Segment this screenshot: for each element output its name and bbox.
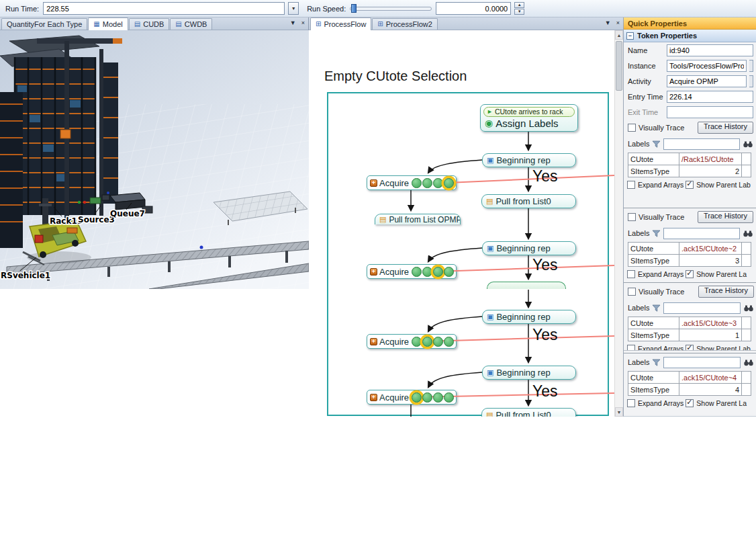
- close-pane-button[interactable]: ×: [616, 20, 620, 26]
- show-parent-labels-checkbox[interactable]: [686, 270, 694, 278]
- run-speed-input[interactable]: [436, 2, 511, 15]
- token[interactable]: [412, 337, 422, 347]
- tab-processflow[interactable]: ⊞ProcessFlow: [310, 17, 371, 30]
- token[interactable]: [433, 392, 443, 403]
- instance-input[interactable]: [667, 60, 747, 72]
- trace-history-button[interactable]: Trace History: [698, 122, 753, 134]
- filter-funnel-icon[interactable]: [652, 358, 661, 367]
- close-pane-button[interactable]: ×: [301, 20, 305, 26]
- collapse-icon[interactable]: −: [626, 32, 634, 40]
- label-value-cell[interactable]: 3: [679, 255, 742, 267]
- slider-track[interactable]: [350, 7, 432, 11]
- expand-arrays-checkbox[interactable]: [627, 399, 635, 407]
- token[interactable]: [444, 267, 454, 277]
- filter-funnel-icon[interactable]: [652, 304, 661, 312]
- tab-model[interactable]: ▦Model: [88, 17, 128, 30]
- activity-browse-button[interactable]: [749, 75, 753, 87]
- vertical-scrollbar[interactable]: ▲ ▼: [614, 30, 623, 417]
- activity-clipped[interactable]: [487, 282, 566, 289]
- activity-assign-labels[interactable]: ◉ Assign Labels: [483, 118, 575, 129]
- queue-object[interactable]: [110, 193, 145, 210]
- token[interactable]: [422, 392, 432, 403]
- token[interactable]: [422, 178, 432, 188]
- expand-arrays-checkbox[interactable]: [627, 181, 635, 189]
- trace-history-button[interactable]: Trace History: [698, 211, 753, 223]
- run-time-input[interactable]: [43, 2, 285, 15]
- activity-pull-from-list0[interactable]: ▤Pull from List0: [481, 408, 576, 417]
- labels-filter-input[interactable]: [663, 228, 740, 239]
- label-value-cell[interactable]: 4: [679, 384, 742, 396]
- tab-cudb[interactable]: ▤CUDB: [129, 18, 170, 30]
- visually-trace-checkbox[interactable]: [628, 124, 636, 132]
- label-value-cell[interactable]: 1: [679, 329, 742, 341]
- tab-processflow2[interactable]: ⊞ProcessFlow2: [372, 18, 437, 30]
- label-value-cell[interactable]: .ack15/CUtote~2: [679, 243, 742, 255]
- trace-history-button[interactable]: Trace History: [698, 286, 754, 298]
- activity-input[interactable]: [667, 75, 747, 87]
- activity-pull-from-list0[interactable]: ▤Pull from List0: [481, 194, 576, 208]
- visually-trace-checkbox[interactable]: [628, 213, 636, 221]
- scroll-down-button[interactable]: ▼: [615, 407, 623, 417]
- expand-arrays-checkbox[interactable]: [627, 345, 635, 351]
- token[interactable]: [433, 337, 443, 347]
- tab-quantityfor-each-type[interactable]: QuantityFor Each Type: [1, 18, 87, 30]
- flow-canvas[interactable]: Empty CUtote Selection: [309, 30, 614, 417]
- label-value-cell[interactable]: .ack15/CUtote~4: [679, 372, 742, 384]
- filter-funnel-icon[interactable]: [652, 140, 661, 149]
- binoculars-icon[interactable]: [743, 229, 753, 237]
- show-parent-labels-checkbox[interactable]: [686, 181, 694, 189]
- spin-down-button[interactable]: ▼: [514, 9, 524, 15]
- slider-thumb[interactable]: [351, 4, 357, 13]
- spin-up-button[interactable]: ▲: [514, 2, 524, 8]
- 3d-scene-svg[interactable]: Rack15 Source3 Queue7 RSvehicle1: [0, 30, 309, 289]
- activity-acquire[interactable]: + Acquire OPMP: [367, 264, 457, 279]
- binoculars-icon[interactable]: [743, 304, 754, 312]
- activity-beginning-rep[interactable]: ▣Beginning rep: [482, 310, 576, 324]
- binoculars-icon[interactable]: [743, 358, 754, 366]
- activity-beginning-rep[interactable]: ▣Beginning rep: [482, 241, 576, 255]
- label-value-cell[interactable]: .ack15/CUtote~3: [679, 317, 742, 329]
- label-value-cell[interactable]: 2: [679, 165, 742, 177]
- token[interactable]: [422, 267, 432, 277]
- activity-source[interactable]: ► CUtote arrives to rack: [483, 107, 575, 117]
- activity-pull-from-list-opmp[interactable]: ▤Pull from List OPMP: [375, 214, 461, 224]
- tab-list-button[interactable]: ▼: [290, 20, 296, 26]
- section-title: Token Properties: [637, 32, 697, 40]
- activity-beginning-rep[interactable]: ▣Beginning rep: [482, 366, 576, 380]
- token[interactable]: [412, 267, 422, 277]
- 3d-view[interactable]: Rack15 Source3 Queue7 RSvehicle1: [0, 30, 309, 289]
- tab-list-button[interactable]: ▼: [605, 20, 611, 26]
- token-highlighted[interactable]: [422, 337, 432, 347]
- filter-funnel-icon[interactable]: [652, 229, 661, 238]
- token[interactable]: [444, 337, 454, 347]
- label-value-cell[interactable]: /Rack15/CUtote: [679, 153, 742, 165]
- scroll-up-button[interactable]: ▲: [615, 30, 623, 40]
- activity-acquire[interactable]: + Acquire OPMP: [367, 334, 457, 349]
- binoculars-icon[interactable]: [743, 140, 753, 148]
- show-parent-labels-checkbox[interactable]: [686, 345, 694, 351]
- token-highlighted[interactable]: [433, 267, 443, 277]
- visually-trace-checkbox[interactable]: [628, 288, 636, 296]
- token[interactable]: [444, 392, 454, 403]
- labels-filter-input[interactable]: [663, 138, 740, 150]
- entry-time-input[interactable]: [667, 91, 753, 103]
- tab-cwdb[interactable]: ▤CWDB: [170, 18, 212, 30]
- token-highlighted[interactable]: [444, 178, 454, 188]
- scroll-thumb[interactable]: [616, 41, 622, 91]
- token-highlighted[interactable]: [412, 392, 422, 403]
- name-input[interactable]: [667, 44, 753, 56]
- show-parent-labels-checkbox[interactable]: [686, 399, 694, 407]
- instance-browse-button[interactable]: [749, 60, 753, 72]
- labels-filter-input[interactable]: [663, 357, 741, 368]
- activity-beginning-rep[interactable]: ▣Beginning rep: [482, 153, 576, 167]
- labels-filter-input[interactable]: [663, 302, 741, 314]
- expand-arrays-checkbox[interactable]: [627, 270, 635, 278]
- activity-acquire[interactable]: + Acquire OPMP: [367, 175, 457, 190]
- token[interactable]: [412, 178, 422, 188]
- run-speed-slider[interactable]: [350, 2, 432, 15]
- activity-source-group[interactable]: ► CUtote arrives to rack ◉ Assign Labels: [480, 104, 578, 132]
- exit-time-input[interactable]: [667, 106, 753, 118]
- token[interactable]: [433, 178, 443, 188]
- run-time-dropdown-button[interactable]: ▼: [288, 2, 299, 15]
- activity-acquire[interactable]: + Acquire OPMP: [367, 390, 457, 405]
